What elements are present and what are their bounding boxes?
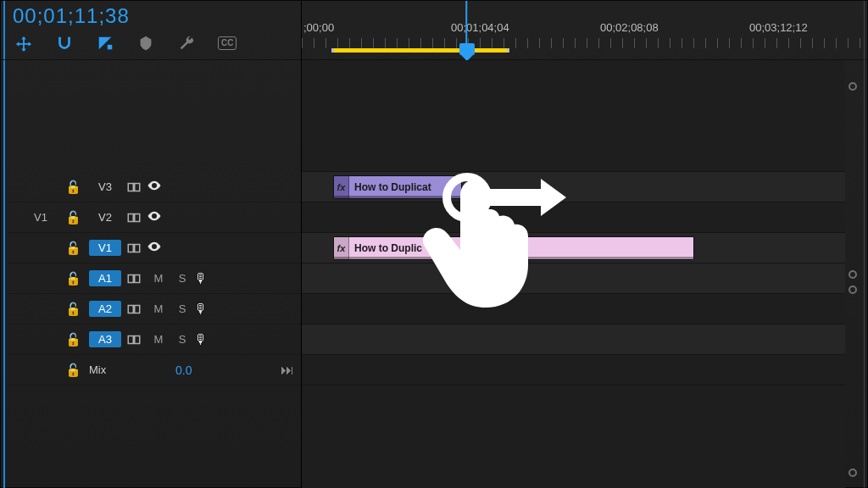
timeline-panel: 00;01;11;38 CC ;00;00 00;01;04; [0, 0, 868, 488]
track-lane-mix[interactable] [302, 355, 845, 385]
svg-rect-5 [128, 244, 133, 252]
playhead-handle[interactable] [459, 43, 475, 55]
solo-toggle[interactable]: S [170, 272, 194, 285]
svg-rect-11 [128, 336, 133, 343]
track-lane-tail[interactable] [302, 385, 845, 488]
lock-icon[interactable]: 🔓 [57, 271, 89, 286]
snap-icon[interactable] [55, 34, 74, 53]
sync-lock-icon[interactable] [121, 180, 147, 195]
svg-rect-7 [128, 274, 133, 282]
solo-toggle[interactable]: S [170, 302, 194, 315]
eye-icon[interactable] [147, 239, 170, 258]
track-label-a3[interactable]: A3 [89, 331, 121, 347]
panel-divider[interactable] [864, 1, 865, 488]
track-lane-a3[interactable] [302, 324, 845, 355]
svg-rect-12 [135, 336, 140, 343]
ruler-ticks [302, 38, 860, 48]
sync-lock-icon[interactable] [121, 271, 147, 286]
sync-lock-icon[interactable] [121, 210, 147, 225]
jump-end-icon[interactable]: ⏭ [281, 363, 294, 378]
mix-level-value[interactable]: 0.0 [175, 363, 192, 377]
track-label-v3[interactable]: V3 [89, 179, 121, 195]
ripple-sequence-icon[interactable] [14, 34, 33, 53]
scroll-handle-icon[interactable] [849, 469, 857, 477]
ruler-labels: ;00;00 00;01;04;04 00;02;08;08 00;03;12;… [302, 21, 860, 35]
track-label-v1[interactable]: V1 [89, 240, 121, 256]
clip-v3[interactable]: fx How to Duplicat [333, 175, 462, 199]
sync-lock-icon[interactable] [121, 332, 147, 347]
track-lane-v2[interactable] [302, 202, 845, 233]
closed-captions-icon[interactable]: CC [218, 36, 236, 50]
lock-icon[interactable]: 🔓 [57, 302, 89, 317]
eye-icon[interactable] [147, 208, 170, 227]
eye-icon[interactable] [147, 178, 170, 197]
track-label-a2[interactable]: A2 [89, 301, 121, 317]
lock-icon[interactable]: 🔓 [57, 210, 89, 225]
voiceover-mic-icon[interactable]: 🎙 [194, 332, 218, 347]
settings-wrench-icon[interactable] [177, 34, 196, 53]
track-label-mix[interactable]: Mix [89, 362, 128, 378]
svg-rect-2 [135, 183, 140, 191]
scroll-handle-icon[interactable] [849, 270, 857, 279]
track-header-a3[interactable]: 🔓 A3 M S 🎙 [8, 324, 301, 355]
scroll-handle-icon[interactable] [849, 286, 857, 294]
track-header-panel: 🔓 V3 V1 🔓 V2 🔓 V1 🔓 A1 M [8, 60, 301, 487]
linked-selection-icon[interactable] [96, 34, 114, 53]
svg-rect-1 [128, 183, 133, 191]
lock-icon[interactable]: 🔓 [57, 332, 89, 347]
sync-lock-icon[interactable] [121, 241, 147, 256]
track-lane-blank[interactable] [302, 60, 845, 172]
solo-toggle[interactable]: S [170, 333, 194, 346]
ruler-tick-label: 00;01;04;04 [451, 21, 509, 34]
vertical-scrollbar[interactable] [849, 82, 859, 477]
voiceover-mic-icon[interactable]: 🎙 [194, 302, 218, 317]
track-header-v2[interactable]: V1 🔓 V2 [8, 202, 301, 233]
svg-rect-0 [108, 45, 113, 50]
clip-v1[interactable]: fx How to Duplic [333, 236, 694, 260]
timeline-tracks-area[interactable]: fx How to Duplicat fx How to Duplic [301, 60, 845, 487]
svg-rect-8 [135, 274, 140, 282]
work-area-bar[interactable] [331, 48, 509, 53]
lock-icon[interactable]: 🔓 [57, 363, 89, 378]
source-patch-v1[interactable]: V1 [25, 211, 57, 224]
time-ruler[interactable]: ;00;00 00;01;04;04 00;02;08;08 00;03;12;… [301, 1, 860, 60]
svg-rect-9 [128, 305, 133, 313]
track-header-v1[interactable]: 🔓 V1 [8, 233, 301, 263]
svg-rect-10 [135, 305, 140, 313]
ruler-tick-label: ;00;00 [303, 21, 334, 34]
track-label-a1[interactable]: A1 [89, 270, 121, 286]
marker-icon[interactable] [136, 34, 155, 53]
ruler-tick-label: 00;02;08;08 [600, 21, 659, 34]
mute-toggle[interactable]: M [147, 302, 170, 315]
panel-focus-indicator [3, 1, 5, 488]
sync-lock-icon[interactable] [121, 302, 147, 317]
svg-rect-3 [128, 214, 133, 221]
track-lane-a1[interactable] [302, 263, 845, 294]
svg-rect-4 [135, 214, 140, 221]
track-header-a1[interactable]: 🔓 A1 M S 🎙 [8, 263, 301, 294]
track-label-v2[interactable]: V2 [89, 209, 121, 225]
track-header-v3[interactable]: 🔓 V3 [8, 172, 301, 202]
lock-icon[interactable]: 🔓 [57, 180, 89, 195]
voiceover-mic-icon[interactable]: 🎙 [194, 271, 218, 286]
scroll-handle-icon[interactable] [849, 82, 857, 91]
lock-icon[interactable]: 🔓 [57, 241, 89, 256]
ruler-tick-label: 00;03;12;12 [749, 21, 808, 34]
track-header-a2[interactable]: 🔓 A2 M S 🎙 [8, 294, 301, 324]
track-lane-a2[interactable] [302, 294, 845, 324]
mute-toggle[interactable]: M [147, 333, 170, 346]
svg-rect-6 [135, 244, 140, 252]
mute-toggle[interactable]: M [147, 272, 170, 285]
track-header-mix[interactable]: 🔓 Mix 0.0 ⏭ [8, 355, 301, 385]
